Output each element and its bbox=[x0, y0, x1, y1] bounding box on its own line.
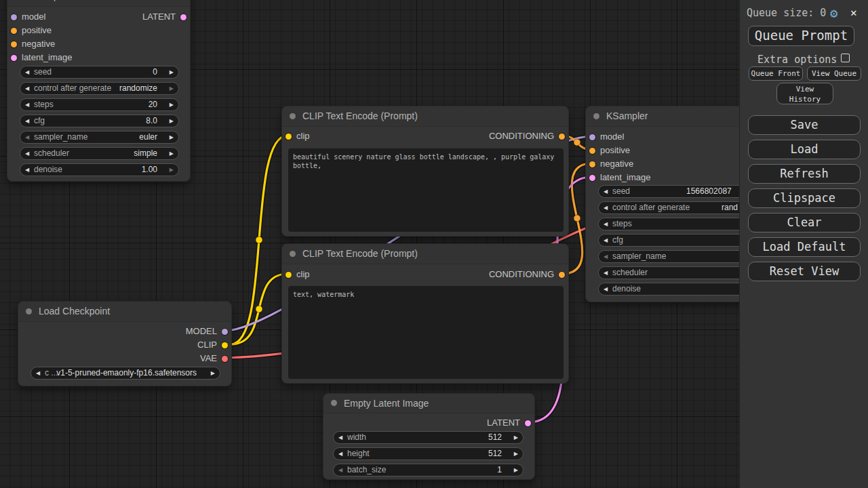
queue-prompt-button[interactable]: Queue Prompt bbox=[748, 26, 854, 46]
node-clip-text-encode-negative[interactable]: CLIP Text Encode (Prompt) clip CONDITION… bbox=[281, 243, 569, 384]
widget-denoise[interactable]: ◀denoise1.00▶ bbox=[20, 163, 179, 176]
widget-ckpt-name[interactable]: ◀c ...v1-5-pruned-emaonly-fp16.safetenso… bbox=[31, 367, 220, 380]
increment-icon[interactable]: ▶ bbox=[170, 148, 174, 159]
input-slot-negative[interactable] bbox=[589, 161, 595, 167]
decrement-icon[interactable]: ◀ bbox=[604, 283, 608, 295]
decrement-icon[interactable]: ◀ bbox=[604, 218, 608, 230]
decrement-icon[interactable]: ◀ bbox=[25, 99, 29, 110]
output-slot-vae[interactable] bbox=[222, 356, 228, 362]
output-slot-clip[interactable] bbox=[222, 342, 228, 348]
queue-size-label: Queue size: 0 bbox=[747, 7, 826, 19]
decrement-icon[interactable]: ◀ bbox=[25, 148, 29, 159]
slot-label: model bbox=[600, 131, 624, 142]
slot-label: positive bbox=[600, 145, 630, 156]
collapse-dot-icon[interactable] bbox=[593, 113, 599, 119]
input-slot-positive[interactable] bbox=[589, 148, 595, 154]
node-header[interactable]: Empty Latent Image bbox=[323, 394, 534, 413]
increment-icon[interactable]: ▶ bbox=[170, 99, 174, 110]
widget-width[interactable]: ◀width512▶ bbox=[333, 431, 524, 444]
widget-steps[interactable]: ◀steps20▶ bbox=[20, 98, 179, 111]
widget-scheduler[interactable]: ◀schedulersimple▶ bbox=[20, 147, 179, 160]
input-slot-model[interactable] bbox=[589, 134, 595, 140]
link-dot bbox=[256, 237, 262, 243]
output-slot-conditioning[interactable] bbox=[559, 134, 565, 140]
settings-gear-icon[interactable]: ⚙ bbox=[830, 5, 837, 20]
slot-label: negative bbox=[600, 159, 633, 169]
slot-label: negative bbox=[22, 39, 55, 49]
prompt-textarea[interactable]: text, watermark bbox=[288, 286, 564, 379]
decrement-icon[interactable]: ◀ bbox=[604, 202, 608, 214]
clipspace-button[interactable]: Clipspace bbox=[748, 188, 861, 208]
load-default-button[interactable]: Load Default bbox=[748, 237, 861, 257]
output-slot-model[interactable] bbox=[222, 329, 228, 335]
node-header[interactable]: KSampler bbox=[7, 0, 190, 7]
widget-cfg[interactable]: ◀cfg8.0▶ bbox=[20, 115, 179, 127]
decrement-icon[interactable]: ◀ bbox=[604, 267, 608, 279]
decrement-icon[interactable]: ◀ bbox=[25, 164, 29, 176]
increment-icon[interactable]: ▶ bbox=[170, 66, 174, 78]
widget-sampler-name[interactable]: ◀sampler_nameeuler▶ bbox=[20, 131, 179, 144]
reset-view-button[interactable]: Reset View bbox=[748, 262, 861, 281]
prev-option-icon[interactable]: ◀ bbox=[36, 367, 40, 379]
load-button[interactable]: Load bbox=[748, 140, 861, 159]
view-history-button[interactable]: View History bbox=[776, 83, 833, 104]
slot-label: CONDITIONING bbox=[489, 269, 554, 280]
increment-icon[interactable]: ▶ bbox=[170, 131, 174, 143]
increment-icon[interactable]: ▶ bbox=[170, 164, 174, 176]
slot-label: LATENT bbox=[487, 418, 520, 428]
node-header[interactable]: CLIP Text Encode (Prompt) bbox=[282, 244, 568, 264]
decrement-icon[interactable]: ◀ bbox=[604, 251, 608, 262]
prompt-textarea[interactable]: beautiful scenery nature glass bottle la… bbox=[288, 148, 564, 232]
input-slot-latent-image[interactable] bbox=[589, 175, 595, 181]
input-slot-negative[interactable] bbox=[11, 41, 17, 47]
decrement-icon[interactable]: ◀ bbox=[338, 464, 342, 476]
comfy-menu-panel: Queue size: 0 ⚙ ✕ Queue Prompt Extra opt… bbox=[739, 0, 868, 488]
decrement-icon[interactable]: ◀ bbox=[25, 66, 29, 78]
widget-control-after-generate[interactable]: ◀control after generaterandomize▶ bbox=[20, 82, 179, 95]
node-header[interactable]: CLIP Text Encode (Prompt) bbox=[282, 106, 568, 127]
widget-height[interactable]: ◀height512▶ bbox=[333, 447, 524, 460]
decrement-icon[interactable]: ◀ bbox=[338, 448, 342, 460]
decrement-icon[interactable]: ◀ bbox=[25, 115, 29, 127]
queue-front-button[interactable]: Queue Front bbox=[749, 66, 803, 81]
save-button[interactable]: Save bbox=[748, 115, 861, 135]
node-load-checkpoint[interactable]: Load Checkpoint MODEL CLIP VAE ◀c ...v1-… bbox=[18, 301, 232, 386]
decrement-icon[interactable]: ◀ bbox=[338, 432, 342, 443]
collapse-dot-icon[interactable] bbox=[331, 400, 337, 406]
node-empty-latent-image[interactable]: Empty Latent Image LATENT ◀width512▶ ◀he… bbox=[323, 393, 535, 480]
decrement-icon[interactable]: ◀ bbox=[25, 131, 29, 143]
decrement-icon[interactable]: ◀ bbox=[604, 235, 608, 246]
view-queue-button[interactable]: View Queue bbox=[807, 66, 861, 81]
extra-options-checkbox[interactable] bbox=[841, 54, 850, 62]
clear-button[interactable]: Clear bbox=[748, 213, 861, 232]
increment-icon[interactable]: ▶ bbox=[514, 448, 518, 460]
comfyui-canvas[interactable]: KSampler model positive negative latent_… bbox=[0, 0, 868, 488]
input-slot-latent-image[interactable] bbox=[11, 55, 17, 61]
close-icon[interactable]: ✕ bbox=[850, 6, 857, 19]
next-option-icon[interactable]: ▶ bbox=[211, 367, 215, 379]
collapse-dot-icon[interactable] bbox=[26, 308, 32, 314]
widget-batch-size[interactable]: ◀batch_size1▶ bbox=[333, 464, 524, 476]
slot-label: MODEL bbox=[186, 326, 217, 337]
collapse-dot-icon[interactable] bbox=[290, 113, 296, 119]
increment-icon[interactable]: ▶ bbox=[514, 432, 518, 443]
decrement-icon[interactable]: ◀ bbox=[604, 186, 608, 197]
increment-icon[interactable]: ▶ bbox=[170, 115, 174, 127]
refresh-button[interactable]: Refresh bbox=[748, 164, 861, 184]
node-ksampler-left[interactable]: KSampler model positive negative latent_… bbox=[7, 0, 191, 182]
output-slot-latent[interactable] bbox=[180, 14, 186, 20]
decrement-icon[interactable]: ◀ bbox=[25, 83, 29, 94]
increment-icon[interactable]: ▶ bbox=[514, 464, 518, 476]
widget-seed[interactable]: ◀seed0▶ bbox=[20, 66, 179, 79]
node-title: Load Checkpoint bbox=[39, 302, 110, 321]
collapse-dot-icon[interactable] bbox=[290, 251, 296, 257]
slot-label: CLIP bbox=[197, 340, 217, 350]
output-slot-conditioning[interactable] bbox=[559, 272, 565, 278]
slot-label: positive bbox=[22, 25, 52, 36]
node-clip-text-encode-positive[interactable]: CLIP Text Encode (Prompt) clip CONDITION… bbox=[281, 106, 569, 237]
node-title: CLIP Text Encode (Prompt) bbox=[302, 106, 418, 126]
input-slot-positive[interactable] bbox=[11, 28, 17, 34]
increment-icon[interactable]: ▶ bbox=[170, 83, 174, 94]
output-slot-latent[interactable] bbox=[525, 420, 531, 426]
node-header[interactable]: Load Checkpoint bbox=[18, 302, 231, 322]
